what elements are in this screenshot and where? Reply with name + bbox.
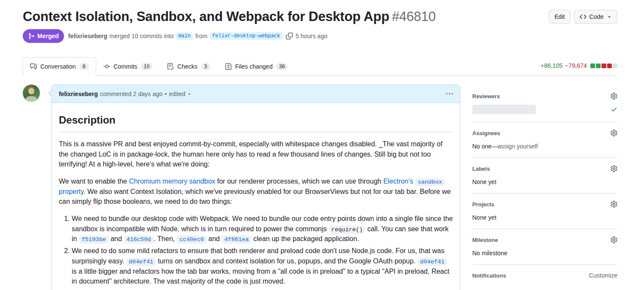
comment-meta: commented 2 days ago <box>100 91 163 97</box>
sidebar-section-reviewers: Reviewers <box>472 85 617 122</box>
edited-dropdown[interactable]: edited <box>169 91 192 97</box>
tab-counter: 36 <box>276 63 288 70</box>
code-button[interactable]: Code <box>574 10 617 24</box>
tab-commits[interactable]: Commits 10 <box>96 57 160 76</box>
base-branch-label[interactable]: main <box>176 32 193 40</box>
assignees-empty-text: No one— <box>472 143 498 150</box>
edited-label: edited <box>169 91 185 97</box>
merge-action-text: merged 10 commits into <box>109 33 173 39</box>
text-run: We want to enable the <box>59 178 129 185</box>
text-run: turns on sandbox and context isolation f… <box>156 257 417 265</box>
milestone-value: No milestone <box>472 250 617 257</box>
content-row: felixrieseberg commented 2 days ago • ed… <box>23 85 617 290</box>
sidebar-section-notifications: Notifications Customize <box>472 265 617 287</box>
code-icon <box>580 13 586 20</box>
inline-link[interactable]: Electron's <box>383 178 415 185</box>
assignees-value: No one—assign yourself <box>472 143 617 150</box>
text-run: . We also want Context Isolation, which … <box>59 188 451 205</box>
timeline-column: felixrieseberg commented 2 days ago • ed… <box>23 85 460 290</box>
tab-counter: 6 <box>79 63 89 70</box>
avatar[interactable] <box>23 85 40 102</box>
commit-link[interactable]: f5193be <box>79 236 109 244</box>
caret-down-icon <box>607 14 612 19</box>
tab-counter: 3 <box>201 63 210 70</box>
comment-body: Description This is a massive PR and bes… <box>52 103 460 290</box>
git-merge-icon <box>28 33 35 39</box>
check-icon <box>611 106 617 113</box>
tab-label: Files changed <box>235 63 273 70</box>
tab-files-changed[interactable]: Files changed 36 <box>218 57 295 76</box>
commit-link[interactable]: cc40ec6 <box>177 236 207 244</box>
commit-link[interactable]: sandbox <box>415 178 445 186</box>
tab-label: Commits <box>114 63 137 70</box>
inline-code: require() <box>329 226 365 234</box>
projects-value: None yet <box>472 214 617 221</box>
reviewer-name-redacted <box>472 105 536 114</box>
tab-label: Conversation <box>40 63 76 70</box>
caret-down-icon <box>187 91 192 97</box>
labels-value: None yet <box>472 178 617 185</box>
comment-paragraph: We want to enable the Chromium memory sa… <box>59 176 453 207</box>
diffstat-block-neutral <box>613 63 617 68</box>
kebab-menu-button[interactable] <box>446 89 453 99</box>
diffstat-deletions: −79,674 <box>565 62 587 69</box>
inline-link[interactable]: Chromium memory sandbox <box>129 178 215 185</box>
commit-link[interactable]: d04ef41 <box>417 258 447 266</box>
gear-icon[interactable] <box>611 93 617 100</box>
notifications-title: Notifications <box>472 272 506 279</box>
inline-link[interactable]: property <box>59 188 84 195</box>
sidebar-section-milestone: Milestone No milestone <box>472 229 617 265</box>
tabs: Conversation 6 Commits 10 Checks 3 Files… <box>23 57 617 76</box>
gear-icon[interactable] <box>611 130 617 136</box>
comment-meta-separator: • <box>165 91 167 97</box>
edit-button[interactable]: Edit <box>549 10 570 24</box>
labels-title: Labels <box>472 166 490 172</box>
gear-icon[interactable] <box>611 236 617 243</box>
commit-link[interactable]: 4f861ea <box>222 236 251 244</box>
comment-ordered-list: We need to bundle our desktop code with … <box>59 214 453 287</box>
sidebar-section-projects: Projects None yet <box>472 193 617 229</box>
pr-meta-row: Merged felixrieseberg merged 10 commits … <box>23 29 617 43</box>
assignees-title: Assignees <box>472 130 500 136</box>
gear-icon[interactable] <box>611 165 617 172</box>
checklist-icon <box>167 63 174 70</box>
reviewer-row <box>472 105 617 114</box>
tab-label: Checks <box>177 63 197 70</box>
tab-counter: 10 <box>141 63 152 70</box>
text-run: clean up the packaged application. <box>252 235 359 242</box>
pr-title: Context Isolation, Sandbox, and Webpack … <box>23 9 436 24</box>
comment-header: felixrieseberg commented 2 days ago • ed… <box>52 85 460 103</box>
text-run: and <box>207 235 222 242</box>
text-run: is a little bigger and refactors how the… <box>72 268 450 285</box>
projects-title: Projects <box>472 201 494 208</box>
sidebar-section-assignees: Assignees No one—assign yourself <box>472 122 617 158</box>
milestone-title: Milestone <box>472 237 498 243</box>
header-actions: Edit Code <box>549 9 617 24</box>
sidebar-section-labels: Labels None yet <box>472 158 617 193</box>
diffstat-block-added <box>590 63 595 68</box>
comment-paragraph: This is a massive PR and best enjoyed co… <box>59 139 453 169</box>
code-button-label: Code <box>589 13 604 20</box>
gear-icon[interactable] <box>611 201 617 208</box>
from-text: from <box>195 33 207 39</box>
list-item: We need to do some mild refactors to ens… <box>72 246 453 287</box>
tab-checks[interactable]: Checks 3 <box>160 57 218 76</box>
diffstat-additions: +86,105 <box>541 62 562 69</box>
head-branch-label[interactable]: felixr-desktop-webpack <box>210 32 283 40</box>
commit-link[interactable]: d04ef41 <box>126 258 156 266</box>
file-diff-icon <box>225 63 232 70</box>
git-commit-icon <box>103 63 110 70</box>
pr-number: #46810 <box>392 9 436 24</box>
tab-conversation[interactable]: Conversation 6 <box>23 57 96 76</box>
copy-branch-button[interactable] <box>285 33 294 39</box>
edit-button-label: Edit <box>554 13 565 20</box>
pr-author-link[interactable]: felixrieseberg <box>68 33 107 39</box>
status-badge: Merged <box>23 29 64 43</box>
text-run: and <box>109 235 124 242</box>
commit-link[interactable]: 416c50d <box>124 236 154 244</box>
customize-link[interactable]: Customize <box>589 272 617 279</box>
text-run: for our renderer processes, which we can… <box>215 178 383 185</box>
assign-yourself-link[interactable]: assign yourself <box>498 143 538 150</box>
diffstat-blocks <box>590 63 617 68</box>
comment-author-link[interactable]: felixrieseberg <box>59 91 98 97</box>
